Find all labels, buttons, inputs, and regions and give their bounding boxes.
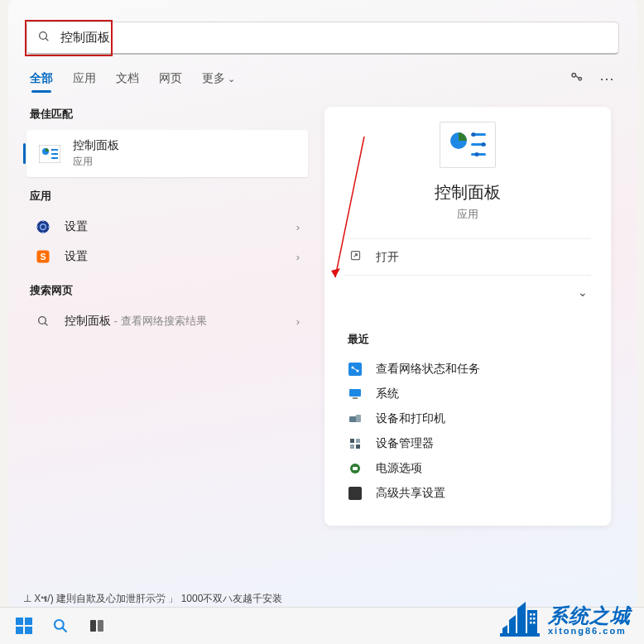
recent-item-label: 电源选项 xyxy=(376,461,422,476)
power-options-icon xyxy=(348,461,363,476)
tab-web[interactable]: 网页 xyxy=(159,71,182,86)
chevron-down-icon: ⌄ xyxy=(228,74,235,84)
recent-item-devices-printers[interactable]: 设备和打印机 xyxy=(344,406,591,431)
svg-rect-38 xyxy=(350,439,354,443)
svg-rect-58 xyxy=(533,618,536,620)
system-icon xyxy=(348,387,363,401)
preview-card: 控制面板 应用 打开 ⌄ 最近 查看网络状态和任务 xyxy=(324,107,611,526)
sogou-s-icon: S xyxy=(35,248,51,265)
svg-point-11 xyxy=(53,156,55,158)
account-share-icon[interactable] xyxy=(570,70,584,87)
svg-point-2 xyxy=(572,74,576,78)
results-left-column: 最佳匹配 控制面板 xyxy=(26,95,308,526)
taskbar-search-button[interactable] xyxy=(43,613,78,639)
svg-point-51 xyxy=(55,620,64,629)
svg-rect-49 xyxy=(16,627,23,634)
app-result-settings-1[interactable]: 设置 › xyxy=(26,212,308,242)
svg-rect-57 xyxy=(530,618,532,620)
search-input[interactable] xyxy=(60,31,618,45)
svg-text:S: S xyxy=(40,252,46,262)
svg-rect-43 xyxy=(353,467,358,470)
svg-rect-35 xyxy=(353,397,358,399)
search-bar[interactable] xyxy=(26,22,619,55)
tab-docs[interactable]: 文档 xyxy=(116,71,139,86)
search-results-window: 全部 应用 文档 网页 更多⌄ ⋯ 最佳匹配 xyxy=(8,0,637,607)
svg-rect-59 xyxy=(530,622,532,624)
chevron-right-icon: › xyxy=(296,251,300,263)
svg-rect-61 xyxy=(500,633,540,637)
recent-item-device-manager[interactable]: 设备管理器 xyxy=(344,431,591,456)
device-manager-icon xyxy=(348,436,363,451)
recent-item-label: 系统 xyxy=(376,387,399,401)
recent-item-label: 高级共享设置 xyxy=(376,486,445,501)
svg-rect-44 xyxy=(348,487,362,500)
svg-point-20 xyxy=(39,317,46,324)
recent-item-label: 设备和打印机 xyxy=(376,411,445,426)
devices-printers-icon xyxy=(348,411,363,426)
svg-rect-39 xyxy=(356,439,360,443)
tabs-row: 全部 应用 文档 网页 更多⌄ ⋯ xyxy=(8,65,637,95)
svg-rect-41 xyxy=(356,445,360,449)
recent-item-label: 设备管理器 xyxy=(376,436,434,451)
watermark-domain: xitong86.com xyxy=(548,626,631,636)
chevron-right-icon: › xyxy=(296,315,300,328)
settings-gear-icon xyxy=(35,219,51,235)
best-match-card[interactable]: 控制面板 应用 xyxy=(26,130,308,177)
ellipsis-icon[interactable]: ⋯ xyxy=(599,71,616,86)
svg-rect-54 xyxy=(98,620,103,632)
network-status-icon xyxy=(348,362,363,377)
svg-point-12 xyxy=(37,221,50,233)
watermark: 系统之城 xitong86.com xyxy=(493,596,636,642)
svg-rect-56 xyxy=(533,613,536,616)
svg-rect-50 xyxy=(25,627,32,634)
preview-subtitle: 应用 xyxy=(457,207,478,222)
web-label: 搜索网页 xyxy=(30,283,308,298)
control-panel-large-icon xyxy=(440,122,496,168)
svg-point-10 xyxy=(55,152,56,154)
action-expand[interactable]: ⌄ xyxy=(344,276,591,309)
start-button[interactable] xyxy=(7,613,41,639)
results-content: 最佳匹配 控制面板 xyxy=(8,95,637,526)
recent-item-network-status[interactable]: 查看网络状态和任务 xyxy=(344,357,591,382)
action-open[interactable]: 打开 xyxy=(344,239,591,276)
app-result-label: 设置 xyxy=(65,219,296,234)
watermark-logo-icon xyxy=(498,598,541,641)
action-open-label: 打开 xyxy=(376,250,588,265)
svg-point-9 xyxy=(51,148,53,150)
svg-line-52 xyxy=(63,628,67,632)
svg-rect-48 xyxy=(25,618,32,625)
svg-rect-53 xyxy=(90,620,96,632)
best-match-title: 控制面板 xyxy=(73,138,119,153)
svg-line-1 xyxy=(46,38,48,41)
chevron-right-icon: › xyxy=(296,221,300,233)
background-cropped-text: ⊥ Χ๚/) 建則自欺及心加泄肝示労 」 1000不双ハ友越千安装 xyxy=(23,590,282,606)
app-result-label: 设置 xyxy=(65,249,296,264)
preview-title: 控制面板 xyxy=(435,181,501,204)
tab-apps[interactable]: 应用 xyxy=(73,71,96,86)
svg-rect-55 xyxy=(530,613,532,616)
chevron-down-icon: ⌄ xyxy=(578,286,588,299)
search-bar-container xyxy=(8,0,637,65)
task-view-button[interactable] xyxy=(79,613,114,639)
best-match-subtitle: 应用 xyxy=(73,155,119,169)
recent-item-system[interactable]: 系统 xyxy=(344,382,591,406)
web-search-text: 控制面板 - 查看网络搜索结果 xyxy=(65,314,296,329)
app-result-settings-2[interactable]: S 设置 › xyxy=(26,242,308,272)
preview-header: 控制面板 应用 xyxy=(344,122,591,239)
recent-label: 最近 xyxy=(348,332,591,347)
web-search-item[interactable]: 控制面板 - 查看网络搜索结果 › xyxy=(26,306,308,336)
search-icon xyxy=(37,30,50,46)
tab-more-label: 更多 xyxy=(202,71,225,84)
svg-point-27 xyxy=(482,142,486,147)
svg-point-0 xyxy=(40,31,47,39)
recent-item-power-options[interactable]: 电源选项 xyxy=(344,456,591,481)
svg-rect-37 xyxy=(356,415,361,422)
recent-item-advanced-sharing[interactable]: 高级共享设置 xyxy=(344,481,591,506)
tab-all[interactable]: 全部 xyxy=(30,71,53,86)
recent-item-label: 查看网络状态和任务 xyxy=(376,362,480,377)
svg-rect-47 xyxy=(16,618,23,625)
svg-rect-60 xyxy=(533,622,536,624)
svg-rect-34 xyxy=(349,389,361,396)
tab-more[interactable]: 更多⌄ xyxy=(202,71,235,86)
svg-rect-40 xyxy=(350,445,354,449)
